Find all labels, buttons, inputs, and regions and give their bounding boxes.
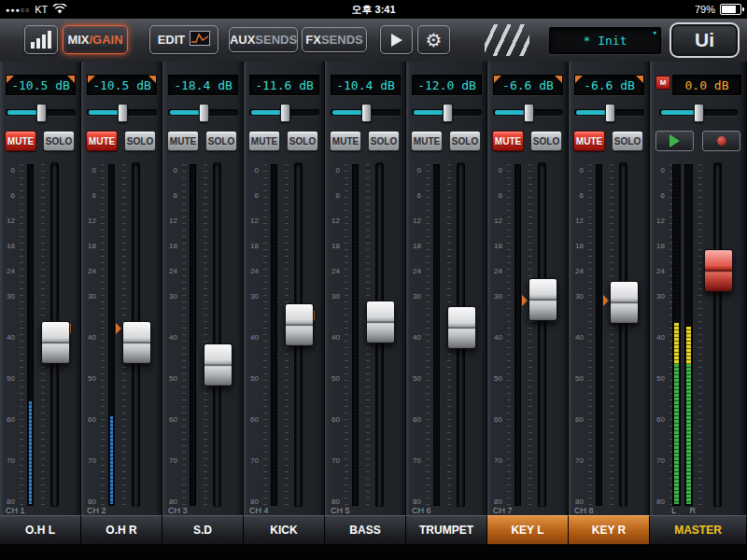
fader-track[interactable]: [538, 162, 546, 508]
record-button[interactable]: [702, 131, 740, 151]
ui-logo: Ui: [669, 22, 740, 58]
preset-selector[interactable]: * Init ▾: [549, 27, 661, 54]
level-meter: [433, 164, 440, 506]
eq-curve-icon: [190, 31, 210, 49]
fader-scale-label: 12: [0, 217, 15, 225]
pan-slider[interactable]: [493, 103, 563, 121]
mute-button[interactable]: MUTE: [5, 131, 36, 151]
fader-scale-label: 30: [162, 292, 177, 301]
pan-slider[interactable]: [87, 103, 157, 121]
mute-button[interactable]: MUTE: [492, 131, 524, 151]
pan-slider[interactable]: [6, 103, 76, 121]
fader-scale-label: 50: [0, 374, 15, 383]
solo-button[interactable]: SOLO: [124, 131, 156, 151]
fader-scale-label: 80: [162, 497, 177, 506]
aux-sends-button[interactable]: AUXSENDS: [229, 27, 298, 52]
fader-scale-label: 70: [162, 456, 177, 465]
fader-track[interactable]: [619, 162, 627, 508]
solo-button[interactable]: SOLO: [43, 131, 75, 151]
mute-button[interactable]: MUTE: [573, 131, 605, 151]
fader-handle[interactable]: [447, 306, 476, 349]
solo-button[interactable]: SOLO: [530, 131, 562, 151]
fader-scale-label: 6: [487, 191, 502, 200]
pan-thumb[interactable]: [36, 104, 47, 122]
channel-db-display: -10.4 dB: [331, 75, 401, 95]
stereo-link-icon: [636, 76, 643, 83]
channel-db-value: -12.0 dB: [417, 78, 476, 92]
fx-label: FX: [305, 33, 321, 47]
solo-button[interactable]: SOLO: [612, 131, 643, 151]
fader-handle[interactable]: [285, 303, 314, 346]
fader-scale-label: 18: [325, 242, 340, 250]
fader-scale-label: 24: [406, 267, 421, 275]
channel-name-cell[interactable]: KEY L: [487, 515, 569, 544]
mute-button[interactable]: MUTE: [330, 131, 361, 151]
fx-sends-button[interactable]: FXSENDS: [302, 27, 367, 52]
fader-scale-label: 50: [81, 374, 96, 383]
mix-gain-button[interactable]: MIX/GAIN: [63, 25, 128, 54]
pan-slider[interactable]: [331, 103, 401, 121]
fader-scale-label: 70: [487, 456, 502, 465]
fader-scale-label: 80: [406, 497, 421, 506]
channel-name-cell[interactable]: O.H R: [81, 515, 162, 544]
pan-thumb[interactable]: [524, 104, 534, 122]
mute-button[interactable]: MUTE: [248, 131, 280, 151]
mute-button[interactable]: MUTE: [411, 131, 443, 151]
fader-scale-label: 12: [487, 217, 502, 225]
edit-button[interactable]: EDIT: [149, 25, 218, 54]
fader-handle[interactable]: [366, 301, 395, 343]
pan-thumb[interactable]: [694, 104, 704, 122]
fader-scale-label: 40: [162, 333, 177, 342]
fader-handle[interactable]: [610, 281, 639, 324]
pan-thumb[interactable]: [443, 104, 453, 122]
menu-stripes-icon[interactable]: [485, 24, 529, 56]
pan-slider[interactable]: [412, 103, 482, 121]
mix-label: MIX: [67, 33, 89, 47]
mute-button[interactable]: MUTE: [86, 131, 118, 151]
fader-scale-label: 6: [569, 191, 584, 200]
fader-scale-label: 50: [325, 374, 340, 383]
level-meter: [190, 164, 196, 506]
master-fader-handle[interactable]: [704, 249, 733, 292]
fader-scale-label: 12: [244, 217, 259, 225]
pan-thumb[interactable]: [280, 104, 290, 122]
pan-slider[interactable]: [249, 103, 319, 121]
pan-slider[interactable]: [659, 103, 738, 121]
fader-track[interactable]: [213, 162, 221, 508]
channel-name-cell[interactable]: KEY R: [569, 515, 650, 544]
fader-scale-label: 80: [0, 497, 15, 506]
channel-strip-5: -10.4 dB MUTE SOLO 06121824304050607080 …: [325, 62, 406, 515]
solo-button[interactable]: SOLO: [287, 131, 318, 151]
channel-number: CH 8: [574, 506, 594, 515]
gain-label: /GAIN: [90, 33, 123, 47]
fader-scale-label: 50: [569, 374, 584, 383]
pan-thumb[interactable]: [361, 104, 372, 122]
pan-thumb[interactable]: [605, 104, 615, 122]
channel-db-display: -6.6 dB: [574, 75, 644, 95]
solo-button[interactable]: SOLO: [449, 131, 481, 151]
solo-button[interactable]: SOLO: [205, 131, 237, 151]
pan-slider[interactable]: [168, 103, 238, 121]
play-button[interactable]: [655, 131, 694, 151]
fader-scale-label: 24: [650, 267, 665, 275]
channel-name-cell[interactable]: O.H L: [0, 515, 81, 544]
master-fader-track[interactable]: [713, 162, 722, 508]
mute-button[interactable]: MUTE: [167, 131, 199, 151]
channel-number: CH 7: [493, 506, 513, 515]
player-button[interactable]: [380, 25, 413, 54]
pan-thumb[interactable]: [118, 104, 128, 122]
fader-handle[interactable]: [41, 321, 70, 364]
solo-button[interactable]: SOLO: [368, 131, 400, 151]
fader-handle[interactable]: [122, 321, 151, 364]
channel-name-cell[interactable]: KICK: [244, 515, 325, 544]
channel-name-cell[interactable]: S.D: [162, 515, 244, 544]
fader-handle[interactable]: [529, 278, 557, 321]
channel-name-cell[interactable]: TRUMPET: [406, 515, 487, 544]
fader-handle[interactable]: [204, 343, 233, 386]
meters-view-button[interactable]: [24, 25, 58, 54]
settings-button[interactable]: ⚙: [417, 25, 450, 54]
channel-name-cell[interactable]: BASS: [325, 515, 406, 544]
pan-slider[interactable]: [574, 103, 644, 121]
master-name-cell[interactable]: MASTER: [650, 515, 747, 544]
pan-thumb[interactable]: [199, 104, 209, 122]
